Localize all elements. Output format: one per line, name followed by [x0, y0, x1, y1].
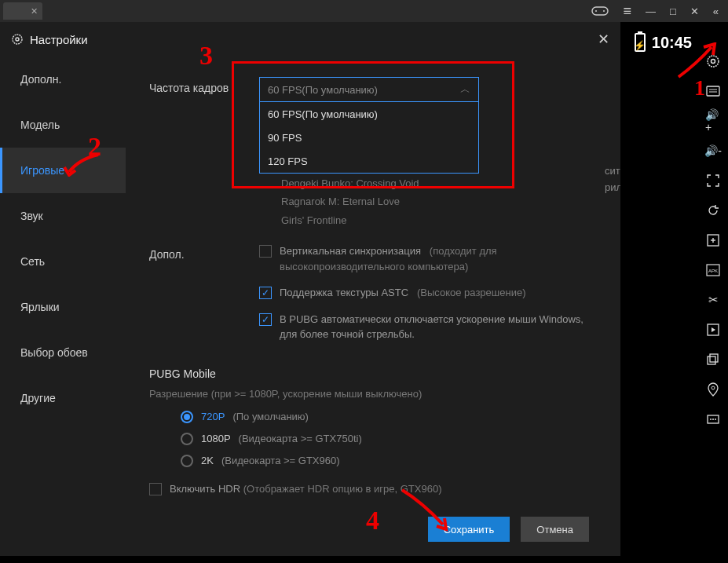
window-controls: ≡ — □ ✕ « — [591, 3, 728, 20]
res-1080p[interactable]: 1080P (Видеокарта >= GTX750ti) — [181, 433, 600, 445]
fps-selected: 60 FPS(По умолчанию) — [268, 84, 378, 96]
apk-icon[interactable]: APK — [705, 262, 721, 278]
svg-rect-15 — [710, 354, 718, 362]
chevron-up-icon: ︿ — [460, 82, 470, 97]
window-titlebar: ✕ ≡ — □ ✕ « — [0, 0, 728, 22]
minimize-icon[interactable]: — — [646, 5, 656, 17]
svg-point-3 — [708, 56, 719, 67]
refresh-icon[interactable] — [705, 203, 721, 218]
nav-item-dopoln[interactable]: Дополн. — [0, 57, 126, 102]
pubg-mouse-checkbox[interactable] — [259, 313, 272, 326]
vsync-label: Вертикальная синхронизация — [280, 245, 421, 257]
astc-note: (Высокое разрешение) — [417, 287, 526, 298]
volume-up-icon[interactable]: 🔊+ — [705, 113, 721, 129]
astc-label: Поддержка текстуры ASTC — [280, 287, 408, 298]
nav-item-zvuk[interactable]: Звук — [0, 193, 126, 239]
emulator-statusbar: ⚡ 10:45 — [635, 33, 692, 52]
fps-option-120[interactable]: 120 FPS — [260, 149, 478, 173]
settings-content: Частота кадров 60 FPS(По умолчанию) ︿ 60… — [126, 57, 620, 503]
svg-point-2 — [603, 10, 605, 12]
svg-rect-0 — [592, 7, 608, 15]
play-box-icon[interactable] — [705, 322, 721, 338]
settings-footer: Сохранить Отмена — [0, 503, 620, 556]
gear-icon — [11, 33, 24, 46]
keyboard-icon[interactable] — [705, 83, 721, 99]
fps-label: Частота кадров — [149, 77, 259, 229]
menu-icon[interactable]: ≡ — [623, 3, 631, 20]
nav-item-set[interactable]: Сеть — [0, 239, 126, 284]
vsync-checkbox[interactable] — [259, 245, 272, 258]
hdr-checkbox[interactable] — [149, 483, 162, 495]
settings-nav: Дополн. Модель Игровые Звук Сеть Ярлыки … — [0, 57, 126, 503]
fps-game-list: Dengeki Bunko: Crossing Void Ragnarok M:… — [281, 174, 600, 229]
svg-point-18 — [710, 419, 712, 420]
settings-header: Настройки ✕ — [0, 22, 620, 57]
settings-title: Настройки — [30, 33, 88, 46]
location-icon[interactable] — [705, 382, 721, 397]
gamepad-icon[interactable] — [591, 5, 609, 17]
addl-label: Допол. — [149, 243, 259, 353]
hdr-label: Включить HDR — [170, 483, 240, 495]
right-toolbar: 🔊+ 🔊- APK ✂ — [698, 22, 728, 563]
nav-item-drugie[interactable]: Другие — [0, 375, 126, 421]
radio-icon — [181, 411, 193, 423]
radio-icon — [181, 455, 193, 467]
cancel-button[interactable]: Отмена — [521, 517, 589, 542]
hdr-note: (Отображает HDR опцию в игре, GTX960) — [243, 483, 442, 495]
settings-dialog: Настройки ✕ Дополн. Модель Игровые Звук … — [0, 22, 620, 556]
svg-point-4 — [712, 60, 715, 64]
nav-item-model[interactable]: Модель — [0, 102, 126, 148]
more-icon[interactable] — [705, 411, 721, 427]
svg-point-19 — [712, 419, 714, 420]
volume-down-icon[interactable]: 🔊- — [705, 143, 721, 159]
svg-text:APK: APK — [708, 269, 718, 273]
battery-icon: ⚡ — [635, 33, 646, 52]
maximize-icon[interactable]: □ — [670, 5, 676, 17]
fullscreen-icon[interactable] — [705, 173, 721, 188]
save-button[interactable]: Сохранить — [428, 517, 510, 542]
settings-icon[interactable] — [705, 53, 721, 69]
app-tab[interactable]: ✕ — [3, 2, 42, 20]
svg-point-22 — [16, 38, 19, 41]
nav-item-vybor-oboev[interactable]: Выбор обоев — [0, 330, 126, 375]
clock: 10:45 — [652, 34, 692, 52]
fps-dropdown[interactable]: 60 FPS(По умолчанию) ︿ 60 FPS(По умолчан… — [259, 77, 479, 102]
tab-close-icon[interactable]: ✕ — [31, 6, 38, 16]
pubg-res-note: Разрешение (при >= 1080P, ускорение мыши… — [149, 388, 600, 400]
svg-point-1 — [595, 10, 597, 12]
astc-checkbox[interactable] — [259, 287, 272, 299]
svg-rect-14 — [708, 356, 715, 364]
settings-close-icon[interactable]: ✕ — [598, 31, 609, 48]
add-box-icon[interactable] — [705, 232, 721, 248]
res-720p[interactable]: 720P (По умолчанию) — [181, 411, 600, 423]
svg-rect-5 — [707, 86, 719, 96]
fps-option-90[interactable]: 90 FPS — [260, 126, 478, 149]
close-window-icon[interactable]: ✕ — [690, 5, 699, 17]
svg-point-21 — [13, 35, 22, 44]
fps-option-60[interactable]: 60 FPS(По умолчанию) — [260, 102, 478, 126]
multi-window-icon[interactable] — [705, 352, 721, 367]
pubg-section-title: PUBG Mobile — [149, 367, 600, 380]
svg-point-20 — [715, 419, 716, 420]
nav-item-yarlyki[interactable]: Ярлыки — [0, 284, 126, 330]
fps-side-note: сится только к следую риложения работают — [605, 163, 620, 196]
radio-icon — [181, 433, 193, 445]
svg-point-16 — [712, 386, 715, 389]
scissors-icon[interactable]: ✂ — [705, 292, 721, 308]
res-2k[interactable]: 2K (Видеокарта >= GTX960) — [181, 455, 600, 467]
collapse-sidebar-icon[interactable]: « — [713, 5, 719, 17]
pubg-mouse-label: В PUBG автоматически отключается ускорен… — [280, 312, 600, 342]
nav-item-igrovye[interactable]: Игровые — [0, 148, 126, 193]
fps-dropdown-list: 60 FPS(По умолчанию) 90 FPS 120 FPS — [259, 102, 479, 174]
